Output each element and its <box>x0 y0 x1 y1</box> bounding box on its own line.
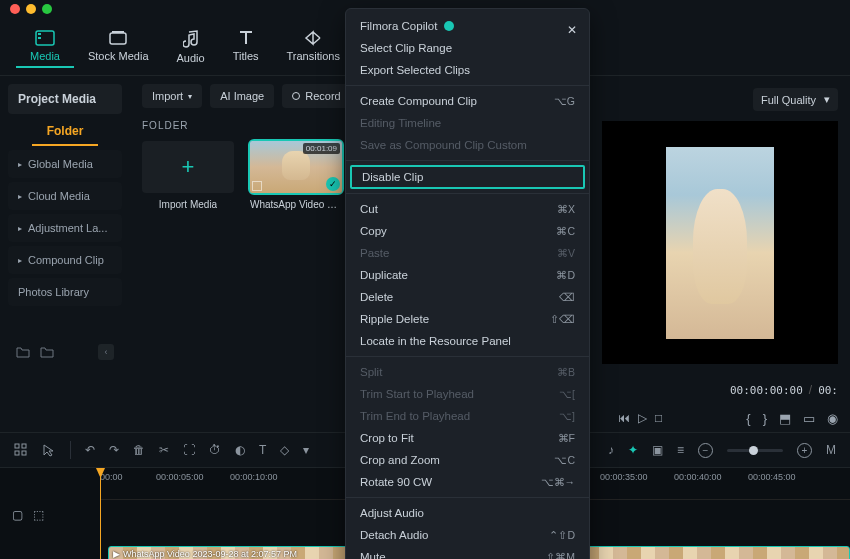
menu-select-range[interactable]: Select Clip Range <box>346 37 589 59</box>
menu-cut[interactable]: Cut⌘X <box>346 198 589 220</box>
svg-rect-1 <box>38 33 41 35</box>
sidebar-item-adjustment[interactable]: ▸Adjustment La... <box>8 214 122 242</box>
close-dot[interactable] <box>10 4 20 14</box>
preview-viewport[interactable] <box>602 121 838 364</box>
zoom-in-button[interactable]: + <box>797 443 812 458</box>
sidebar-item-cloud[interactable]: ▸Cloud Media <box>8 182 122 210</box>
play-button[interactable]: ▷ <box>638 411 647 425</box>
text-icon[interactable]: T <box>259 443 266 457</box>
copilot-badge <box>444 21 454 31</box>
auto-icon[interactable]: ✦ <box>628 443 638 457</box>
preview-frame <box>666 147 774 339</box>
menu-rotate[interactable]: Rotate 90 CW⌥⌘→ <box>346 471 589 493</box>
chevron-right-icon: ▸ <box>18 192 22 201</box>
clip-duration: 00:01:09 <box>303 143 340 154</box>
menu-mute[interactable]: Mute⇧⌘M <box>346 546 589 559</box>
menu-crop-zoom[interactable]: Crop and Zoom⌥C <box>346 449 589 471</box>
brace-open-icon[interactable]: { <box>746 411 750 426</box>
chevron-right-icon: ▸ <box>18 224 22 233</box>
clip-title-overlay: ▶WhatsApp Video 2023-09-28 at 2:07:57 PM <box>113 549 297 559</box>
chevron-down-icon: ▾ <box>824 93 830 106</box>
tab-transitions[interactable]: Transitions <box>273 26 354 66</box>
marker-icon[interactable]: ⬒ <box>779 411 791 426</box>
import-media-label: Import Media <box>159 199 217 210</box>
zoom-slider[interactable] <box>727 449 783 452</box>
svg-rect-4 <box>112 31 124 33</box>
render-icon[interactable]: ▣ <box>652 443 663 457</box>
quality-select[interactable]: Full Quality▾ <box>753 88 838 111</box>
context-menu: ✕ Filmora Copilot Select Clip Range Expo… <box>345 8 590 559</box>
clip-tile[interactable]: 00:01:09 ✓ WhatsApp Video 202... <box>250 141 342 210</box>
brace-close-icon[interactable]: } <box>763 411 767 426</box>
menu-separator <box>346 85 589 86</box>
menu-copy[interactable]: Copy⌘C <box>346 220 589 242</box>
folder-icon[interactable] <box>40 344 54 360</box>
menu-adjust-audio[interactable]: Adjust Audio <box>346 502 589 524</box>
sidebar-head[interactable]: Project Media <box>8 84 122 114</box>
undo-icon[interactable]: ↶ <box>85 443 95 457</box>
stop-button[interactable]: □ <box>655 411 662 425</box>
menu-detach-audio[interactable]: Detach Audio⌃⇧D <box>346 524 589 546</box>
sidebar: Project Media Folder ▸Global Media ▸Clou… <box>0 76 130 376</box>
menu-save-compound: Save as Compound Clip Custom <box>346 134 589 156</box>
menu-delete[interactable]: Delete⌫ <box>346 286 589 308</box>
close-icon[interactable]: ✕ <box>567 23 577 37</box>
chevron-down-icon: ▾ <box>188 92 192 101</box>
menu-trim-end: Trim End to Playhead⌥] <box>346 405 589 427</box>
snapshot-icon[interactable]: ◉ <box>827 411 838 426</box>
tab-stock[interactable]: Stock Media <box>74 26 163 66</box>
delete-icon[interactable]: 🗑 <box>133 443 145 457</box>
step-back-button[interactable]: ⏮ <box>618 411 630 425</box>
speed-icon[interactable]: ⏱ <box>209 443 221 457</box>
cut-icon[interactable]: ✂ <box>159 443 169 457</box>
playhead[interactable] <box>100 468 101 559</box>
menu-crop-fit[interactable]: Crop to Fit⌘F <box>346 427 589 449</box>
clip-icon[interactable]: ⬚ <box>33 508 44 522</box>
slider-thumb[interactable] <box>749 446 758 455</box>
marker-add-icon[interactable]: ▾ <box>303 443 309 457</box>
sidebar-folder-tab[interactable]: Folder <box>32 118 98 146</box>
new-folder-icon[interactable] <box>16 344 30 360</box>
clip-name: WhatsApp Video 202... <box>250 199 342 210</box>
keyframe-icon[interactable]: ◇ <box>280 443 289 457</box>
ruler-mark: 00:00:05:00 <box>156 472 204 482</box>
import-button[interactable]: Import▾ <box>142 84 202 108</box>
zoom-out-button[interactable]: − <box>698 443 713 458</box>
tab-media[interactable]: Media <box>16 26 74 68</box>
menu-split: Split⌘B <box>346 361 589 383</box>
sidebar-item-compound[interactable]: ▸Compound Clip <box>8 246 122 274</box>
menu-duplicate[interactable]: Duplicate⌘D <box>346 264 589 286</box>
ruler-mark: 00:00:10:00 <box>230 472 278 482</box>
tab-titles[interactable]: Titles <box>219 26 273 66</box>
menu-disable-clip[interactable]: Disable Clip <box>350 165 585 189</box>
menu-export-selected[interactable]: Export Selected Clips <box>346 59 589 81</box>
menu-ripple-delete[interactable]: Ripple Delete⇧⌫ <box>346 308 589 330</box>
color-icon[interactable]: ◐ <box>235 443 245 457</box>
mixer-icon[interactable]: ≡ <box>677 443 684 457</box>
menu-locate[interactable]: Locate in the Resource Panel <box>346 330 589 352</box>
ai-image-button[interactable]: AI Image <box>210 84 274 108</box>
menu-separator <box>346 497 589 498</box>
tab-media-label: Media <box>30 50 60 62</box>
track-icon[interactable]: ▢ <box>12 508 23 522</box>
collapse-sidebar-button[interactable]: ‹ <box>98 344 114 360</box>
menu-create-compound[interactable]: Create Compound Clip⌥G <box>346 90 589 112</box>
record-icon <box>292 92 300 100</box>
media-icon <box>35 30 55 46</box>
redo-icon[interactable]: ↷ <box>109 443 119 457</box>
menu-separator <box>346 356 589 357</box>
crop-icon[interactable]: ⛶ <box>183 443 195 457</box>
music-tool-icon[interactable]: ♪ <box>608 443 614 457</box>
sidebar-item-global[interactable]: ▸Global Media <box>8 150 122 178</box>
cursor-icon[interactable] <box>42 443 56 457</box>
minimize-dot[interactable] <box>26 4 36 14</box>
grid-icon[interactable] <box>14 443 28 457</box>
sidebar-item-photos[interactable]: Photos Library <box>8 278 122 306</box>
screen-icon[interactable]: ▭ <box>803 411 815 426</box>
tab-audio[interactable]: Audio <box>163 26 219 68</box>
menu-copilot[interactable]: Filmora Copilot <box>346 15 589 37</box>
import-media-tile[interactable]: + Import Media <box>142 141 234 210</box>
tab-audio-label: Audio <box>177 52 205 64</box>
svg-rect-5 <box>15 444 19 448</box>
maximize-dot[interactable] <box>42 4 52 14</box>
